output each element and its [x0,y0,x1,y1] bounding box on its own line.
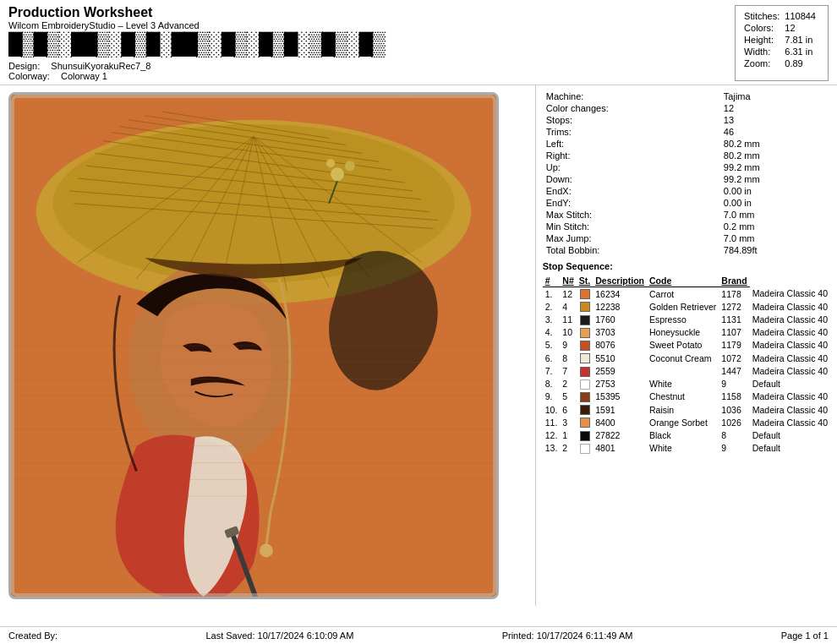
col-stop: # [543,275,561,287]
cell-swatch [577,300,593,313]
width-label: Width: [744,46,783,57]
cell-description: Black [647,428,719,441]
cell-brand: Madeira Classic 40 [750,403,830,416]
up-value: 99.2 mm [720,161,830,173]
stitches-value: 110844 [785,11,819,21]
right-panel: Machine: Tajima Color changes: 12 Stops:… [536,85,837,606]
max-jump-label: Max Jump: [543,232,720,244]
page-info: Page 1 of 1 [781,630,829,641]
color-swatch [580,392,590,402]
color-swatch [580,431,590,441]
cell-n: 9 [560,339,576,352]
cell-code: 1107 [719,326,749,339]
cell-n2: 3703 [593,326,647,339]
cell-stop: 10. [543,403,561,416]
cell-description [647,364,719,377]
cell-description: Raisin [647,403,719,416]
cell-brand: Madeira Classic 40 [750,300,830,313]
colors-label: Colors: [744,23,783,33]
cell-n2: 4801 [593,442,647,455]
col-n: N# [560,275,576,287]
printed: Printed: 10/17/2024 6:11:49 AM [502,630,633,641]
down-label: Down: [543,173,720,185]
col-desc: Description [593,275,647,287]
cell-n2: 1591 [593,403,647,416]
table-row: 11.38400Orange Sorbet1026Madeira Classic… [543,416,830,428]
total-bobbin-value: 784.89ft [720,244,830,256]
cell-code: 9 [719,442,749,455]
colorway-label: Colorway: [8,71,50,81]
last-saved: Last Saved: 10/17/2024 6:10:09 AM [205,630,353,641]
image-area [0,85,536,606]
endy-value: 0.00 in [720,197,830,209]
svg-point-25 [345,161,355,171]
cell-n2: 2559 [593,364,647,377]
cell-stop: 4. [543,326,561,339]
cell-brand: Default [750,442,830,455]
cell-n: 2 [560,378,576,390]
cell-brand: Madeira Classic 40 [750,313,830,325]
cell-code: 1036 [719,403,749,416]
cell-n2: 5510 [593,352,647,364]
cell-swatch [577,326,593,339]
table-row: 6.85510Coconut Cream1072Madeira Classic … [543,352,830,364]
width-value: 6.31 in [785,46,819,57]
table-row: 7.725591447Madeira Classic 40 [543,364,830,377]
color-swatch [580,444,590,454]
table-row: 9.515395Chestnut1158Madeira Classic 40 [543,390,830,403]
table-row: 10.61591Raisin1036Madeira Classic 40 [543,403,830,416]
table-row: 3.111760Espresso1131Madeira Classic 40 [543,313,830,325]
color-swatch [580,289,590,299]
last-saved-label: Last Saved: [205,630,254,641]
footer: Created By: Last Saved: 10/17/2024 6:10:… [0,626,837,644]
cell-stop: 9. [543,390,561,403]
svg-point-26 [326,159,335,167]
cell-n2: 8076 [593,339,647,352]
header-stats: Stitches: 110844 Colors: 12 Height: 7.81… [735,5,829,81]
color-changes-label: Color changes: [543,102,720,114]
cell-brand: Default [750,428,830,441]
cell-stop: 5. [543,339,561,352]
max-stitch-value: 7.0 mm [720,209,830,221]
cell-description: Honeysuckle [647,326,719,339]
cell-stop: 6. [543,352,561,364]
cell-n: 3 [560,416,576,428]
cell-n: 12 [560,287,576,301]
cell-code: 1179 [719,339,749,352]
colorway-meta: Colorway: Colorway 1 [8,71,384,81]
cell-stop: 2. [543,300,561,313]
subtitle: Wilcom EmbroideryStudio – Level 3 Advanc… [8,20,384,30]
cell-stop: 3. [543,313,561,325]
printed-value: 10/17/2024 6:11:49 AM [537,630,633,641]
cell-code: 1447 [719,364,749,377]
cell-description: Coconut Cream [647,352,719,364]
cell-stop: 13. [543,442,561,455]
machine-info: Machine: Tajima Color changes: 12 Stops:… [543,90,830,256]
endy-label: EndY: [543,197,720,209]
cell-n2: 16234 [593,287,647,301]
min-stitch-value: 0.2 mm [720,221,830,232]
cell-description: Carrot [647,287,719,301]
min-stitch-label: Min Stitch: [543,221,720,232]
cell-n2: 1760 [593,313,647,325]
left-label: Left: [543,138,720,150]
cell-code: 1131 [719,313,749,325]
cell-n: 1 [560,428,576,441]
cell-n: 2 [560,442,576,455]
color-swatch [580,353,590,363]
stop-sequence-table: # N# St. Description Code Brand 1.121623… [543,275,830,455]
cell-code: 8 [719,428,749,441]
table-row: 4.103703Honeysuckle1107Madeira Classic 4… [543,326,830,339]
svg-point-24 [331,167,344,181]
cell-code: 9 [719,378,749,390]
cell-stop: 8. [543,378,561,390]
cell-swatch [577,339,593,352]
main-content: Machine: Tajima Color changes: 12 Stops:… [0,85,837,606]
cell-n2: 15395 [593,390,647,403]
cell-description: Espresso [647,313,719,325]
colorway-value: Colorway 1 [61,71,107,81]
machine-value: Tajima [720,90,830,102]
color-swatch [580,405,590,415]
total-bobbin-label: Total Bobbin: [543,244,720,256]
stops-label: Stops: [543,114,720,126]
